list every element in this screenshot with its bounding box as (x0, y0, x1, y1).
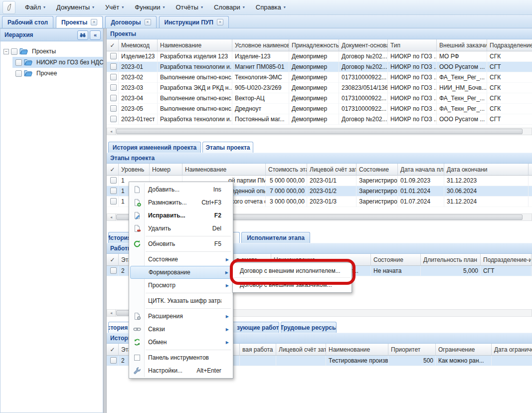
close-icon[interactable]: × (145, 19, 151, 25)
tab[interactable]: Договоры × (105, 16, 156, 28)
row-checkbox[interactable] (110, 116, 117, 122)
table-row[interactable]: 2023-01тестРазработка технологии и...Пос… (107, 114, 532, 125)
menu-item[interactable]: Отчёты ▾ (171, 1, 208, 13)
sidebar-splitter[interactable] (103, 28, 107, 413)
column-header[interactable]: Длительность план▼ (421, 254, 481, 266)
cell: 2023-01/2 (307, 186, 356, 197)
tab[interactable]: Проекты × (56, 16, 103, 28)
column-header[interactable]: Наименование (182, 164, 266, 176)
context-menu-item[interactable]: ЦИТК. Указать шифр затрат... ▶ (130, 294, 232, 307)
table-row[interactable]: Изделие123Разработка изделия 123Изделие-… (107, 51, 532, 62)
tab[interactable]: Исполнители этапа (241, 232, 310, 243)
column-header[interactable]: Лицевой счёт затр (276, 344, 326, 356)
tree-item[interactable]: − Прочее (12, 68, 103, 79)
table-row[interactable]: 2023-02Выполнение опытно-конс...Технолог… (107, 72, 532, 83)
table-row[interactable]: 2023-05Выполнение опытно-конс...Дредноут… (107, 104, 532, 114)
context-menu-item[interactable]: Настройки... Alt+Enter ▶ (130, 364, 232, 377)
row-checkbox[interactable] (110, 95, 117, 101)
menu-item[interactable]: Функции ▾ (129, 1, 170, 13)
chevron-down-icon: ▾ (201, 5, 203, 9)
column-header[interactable]: Номер (150, 164, 182, 176)
menu-item[interactable]: Документы ▾ (51, 1, 100, 13)
select-all-header[interactable]: ✓ (107, 164, 119, 176)
scroll-left-icon[interactable]: ◂ (107, 128, 116, 135)
context-menu-item[interactable]: Связи ▶ (130, 323, 232, 336)
column-header[interactable]: Документ-основан (339, 39, 388, 51)
context-menu-item[interactable]: Обновить F5 ▶ (130, 237, 232, 250)
tab[interactable]: Этапы проекта (202, 142, 253, 153)
scroll-left-icon[interactable]: ◂ (107, 310, 116, 316)
row-checkbox[interactable] (110, 84, 117, 91)
scrollbar-thumb[interactable] (116, 129, 523, 134)
row-checkbox[interactable] (110, 177, 117, 184)
column-header[interactable]: Тип (388, 39, 437, 51)
column-header[interactable]: Ограничение (436, 344, 492, 356)
scroll-left-icon[interactable]: ◂ (107, 214, 116, 220)
horizontal-scrollbar[interactable]: ◂ (107, 128, 532, 135)
menu-item[interactable]: Справка ▾ (250, 1, 291, 13)
column-header[interactable]: Приоритет (388, 344, 436, 356)
column-header[interactable]: Принадлежность (289, 39, 339, 51)
column-header[interactable]: Мнемокод (119, 39, 158, 51)
column-header[interactable]: Дата ограничени (492, 344, 532, 356)
select-all-header[interactable]: ✓ (107, 254, 119, 266)
column-header[interactable]: вая работа (240, 344, 276, 356)
context-menu-item[interactable]: Удалить Del ▶ (130, 222, 232, 235)
column-header[interactable]: Лицевой счёт затрат. (307, 164, 356, 176)
table-row[interactable]: 2023-04Выполнение опытно-конс...Вектор-А… (107, 93, 532, 104)
tab[interactable]: Инструкции ПУП × (159, 16, 229, 28)
context-menu-item[interactable]: Добавить... Ins ▶ (130, 183, 232, 196)
column-header[interactable]: Наименование (326, 344, 388, 356)
context-menu-item[interactable]: Размножить... Ctrl+F3 ▶ (130, 196, 232, 209)
column-header[interactable]: Условное наименова (232, 39, 289, 51)
submenu-item[interactable]: Договор с внешним исполнителем... (234, 264, 351, 278)
table-row[interactable]: 2023-03Разработка ЭКД и РКД н...905-U020… (107, 83, 532, 93)
column-header[interactable]: Дата начала план (398, 164, 444, 176)
context-menu-item[interactable]: Панель инструментов ▶ (130, 351, 232, 364)
tree-checkbox[interactable] (15, 59, 22, 66)
column-header[interactable]: Наименование (158, 39, 232, 51)
submenu-item[interactable]: Договор с внешним заказчиком... (234, 278, 351, 291)
context-menu-item[interactable]: Формирование ▶ (130, 266, 232, 279)
column-header[interactable]: Внешний заказчик (437, 39, 487, 51)
close-icon[interactable]: × (91, 19, 97, 25)
row-checkbox[interactable] (110, 267, 117, 274)
menu-item[interactable]: Словари ▾ (208, 1, 250, 13)
row-checkbox[interactable] (110, 198, 117, 205)
select-all-header[interactable]: ✓ (107, 344, 119, 356)
menu-item[interactable]: Учёт ▾ (100, 1, 129, 13)
tab[interactable]: Рабочий стол × (2, 16, 53, 28)
column-header[interactable]: Стоимость этапа (266, 164, 307, 176)
search-button[interactable] (77, 30, 88, 40)
row-checkbox[interactable] (110, 63, 117, 70)
column-header[interactable]: Состояние (371, 254, 421, 266)
table-row[interactable]: 2023-01Разработка технологии и...Магнит … (107, 62, 532, 72)
column-header[interactable]: Дата окончани (444, 164, 529, 176)
close-icon[interactable]: × (217, 19, 223, 25)
row-checkbox[interactable] (110, 357, 117, 364)
select-all-header[interactable]: ✓ (107, 39, 119, 51)
context-menu-item[interactable]: Расширения ▶ (130, 310, 232, 323)
tree-checkbox[interactable] (15, 70, 22, 77)
column-header[interactable]: Уровень (119, 164, 150, 176)
context-menu-item[interactable]: Обмен ▶ (130, 336, 232, 349)
tree-item[interactable]: − Проекты (0, 46, 103, 57)
row-checkbox[interactable] (110, 53, 117, 59)
column-header[interactable]: Подразделение-испо (481, 254, 532, 266)
tree-item[interactable]: − НИОКР по ГОЗ без НДС (12, 57, 103, 68)
cell: 2023-01/1 (307, 176, 356, 186)
collapse-node-icon[interactable]: − (3, 49, 9, 54)
tab[interactable]: Трудовые ресурсы (281, 322, 337, 333)
column-header[interactable]: Состояние (356, 164, 398, 176)
context-menu-item[interactable]: Просмотр ▶ (130, 279, 232, 292)
context-menu-item[interactable]: Состояние ▶ (130, 253, 232, 266)
row-checkbox[interactable] (110, 188, 117, 194)
column-header[interactable]: Подразделение (487, 39, 532, 51)
context-menu-item[interactable]: Исправить... F2 ▶ (130, 209, 232, 222)
collapse-panel-button[interactable]: « (90, 30, 101, 40)
row-checkbox[interactable] (110, 74, 117, 80)
menu-item[interactable]: Файл ▾ (19, 1, 51, 13)
tree-checkbox[interactable] (11, 48, 17, 55)
row-checkbox[interactable] (110, 105, 117, 112)
tab[interactable]: История изменений проекта (108, 142, 201, 153)
